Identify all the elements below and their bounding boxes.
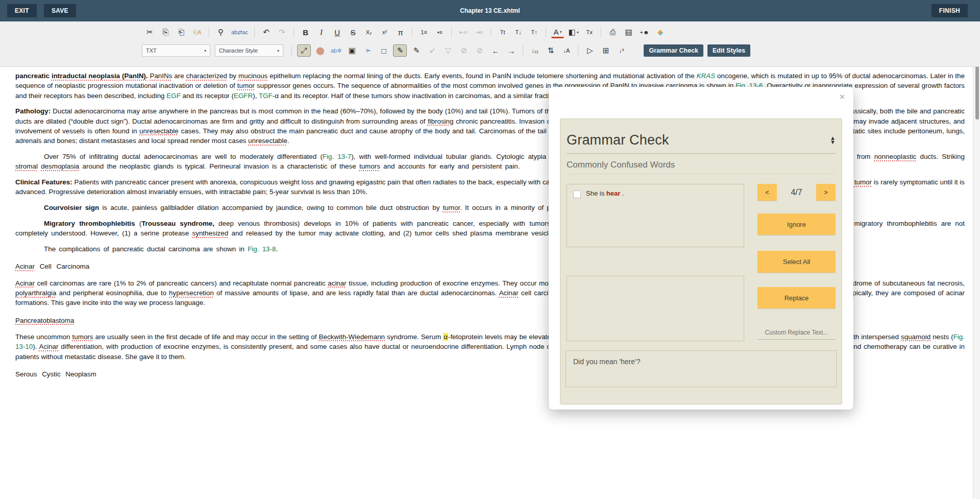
text-b: Pathology:	[15, 107, 51, 115]
case-upper-icon[interactable]: T↑	[528, 27, 541, 38]
frame-icon[interactable]: □	[377, 45, 390, 56]
copy-icon[interactable]: ⎘	[159, 27, 172, 38]
text-b: Courvoisier sign	[44, 204, 99, 211]
highlight-color-icon-caret[interactable]: ▾	[577, 30, 579, 35]
text-s: Pancreatoblastoma	[15, 317, 74, 324]
dialog-title: Grammar Check	[567, 132, 669, 148]
paste-style-icon[interactable]: ⎗A	[191, 27, 204, 38]
toolbar-tools-icons: ⤢⬤ab✲▣➣□✎✎➶▽⊘⊘←→↓₁₂⇅↓A▷⊞↓⁹	[296, 44, 629, 57]
ordered-list-icon[interactable]: 1≡	[418, 27, 430, 38]
grammar-check-button[interactable]: Grammar Check	[644, 44, 703, 57]
dialog-subtitle: Commonly Confused Words	[567, 160, 836, 174]
suggestion-box[interactable]: Did you mean 'here'?	[566, 350, 837, 387]
layers-color-icon[interactable]: ◆	[654, 27, 667, 38]
text-run: These uncommon	[15, 333, 72, 341]
clear-format-icon[interactable]: Tx	[583, 27, 596, 38]
bold-icon[interactable]: B	[299, 27, 312, 38]
play-icon[interactable]: ▷	[583, 45, 596, 56]
font-color-icon-caret[interactable]: ▾	[560, 30, 562, 34]
chevron-down-icon: ▾	[204, 49, 206, 53]
top-bar: EXIT SAVE Chapter 13 CE.xhtml FINISH	[0, 0, 980, 21]
italic-icon[interactable]: I	[315, 27, 328, 38]
text-run: are	[172, 72, 186, 80]
text-run: Cell Carcinoma	[35, 263, 89, 270]
text-s: desmoplasia	[41, 162, 79, 170]
spinner-control[interactable]: ▲ ▼	[830, 136, 836, 145]
spinner-down-icon[interactable]: ▼	[830, 140, 836, 145]
grid-icon[interactable]: ⊞	[599, 45, 612, 56]
reorder-icon[interactable]: ⇅	[544, 45, 557, 56]
comment-icon[interactable]: ⬤	[314, 45, 327, 56]
finish-button[interactable]: FINISH	[932, 4, 968, 17]
text-run: ).	[33, 343, 39, 350]
font-color-icon[interactable]: A▾	[551, 27, 564, 38]
page-check-icon[interactable]: ⎙	[606, 27, 619, 38]
find-replace-icon[interactable]: ab⇄ac	[230, 27, 249, 38]
unlink-icon: ⊘	[473, 45, 486, 56]
text-run: She is	[586, 189, 606, 197]
custom-replace-input[interactable]: Custom Replace Text...	[757, 329, 836, 340]
grammar-panel: Grammar Check ▲ ▼ Commonly Confused Word…	[560, 118, 842, 405]
symbol-icon[interactable]: π	[394, 27, 407, 38]
text-s: Acinar	[15, 279, 35, 287]
text-s: fibrosing	[428, 117, 454, 125]
text-b: Trousseau syndrome,	[141, 220, 214, 227]
paste-icon[interactable]: ⎗	[175, 27, 188, 38]
toolbar-separator	[451, 27, 452, 37]
underline-icon[interactable]: U	[331, 27, 344, 38]
case-lower-icon[interactable]: T↓	[512, 27, 525, 38]
text-s: tumors	[72, 333, 93, 341]
edit-icon[interactable]: ✎	[410, 45, 423, 56]
sentence-checkbox[interactable]	[573, 191, 581, 198]
text-s: stromal	[15, 162, 38, 170]
close-icon[interactable]: ×	[840, 92, 845, 101]
replace-button[interactable]: Replace	[757, 287, 836, 308]
sort-number-icon[interactable]: ↓₁₂	[528, 45, 541, 56]
strikethrough-icon[interactable]: S	[347, 27, 359, 38]
highlight-color-icon[interactable]: ◧▾	[567, 27, 580, 38]
scrollbar-thumb[interactable]	[975, 59, 979, 120]
text-run: Over 75% of infiltrating ductal adenocar…	[44, 153, 323, 160]
text-hl-y: α	[443, 333, 448, 341]
text-run: by	[227, 72, 238, 80]
export-icon: ➶	[426, 45, 438, 56]
forward-icon[interactable]: →	[505, 45, 518, 56]
select-all-button[interactable]: Select All	[757, 251, 836, 273]
undo-icon[interactable]: ↶	[260, 27, 273, 38]
scrollbar	[973, 55, 980, 499]
text-s: tumor	[854, 178, 872, 186]
sort-count-icon[interactable]: ↓⁹	[615, 45, 628, 56]
cut-icon[interactable]: ✂	[143, 27, 156, 38]
add-person-icon[interactable]: +☻	[638, 27, 651, 38]
dialog-right-column: < 4/7 > Ignore Select All Replace Custom…	[757, 184, 836, 341]
text-s: tumor	[237, 82, 255, 89]
text-run: epithelium replacing the normal lining o…	[267, 72, 696, 80]
paragraph-style-select[interactable]: TXT ▾	[142, 44, 210, 57]
expand-icon[interactable]: ⤢	[297, 44, 311, 57]
ignore-button[interactable]: Ignore	[757, 213, 836, 235]
quill-icon[interactable]: ➣	[361, 45, 374, 56]
table-icon[interactable]: ▣	[346, 45, 358, 56]
exit-button[interactable]: EXIT	[7, 4, 37, 17]
book-icon[interactable]: ▤	[622, 27, 635, 38]
text-run: nests (	[930, 333, 953, 341]
text-run: syndrome of subcutaneous fat necrosis,	[840, 279, 965, 287]
dialog-left-column: She is hear .	[567, 184, 744, 341]
prev-button[interactable]: <	[757, 184, 777, 201]
sort-alpha-icon[interactable]: ↓A	[560, 45, 573, 56]
text-run: and its receptor (	[181, 92, 234, 100]
case-title-icon[interactable]: Tt	[496, 27, 509, 38]
find-icon[interactable]: ⚲	[214, 27, 227, 38]
bullet-list-icon[interactable]: •≡	[433, 27, 446, 38]
superscript-icon[interactable]: x²	[378, 27, 391, 38]
spell-check-icon[interactable]: ab✲	[330, 45, 342, 56]
paragraph-style-value: TXT	[146, 47, 157, 54]
edit-styles-button[interactable]: Edit Styles	[707, 44, 750, 57]
text-s: Beckwith-Wiedemann	[319, 333, 385, 341]
next-button[interactable]: >	[816, 184, 836, 201]
edit-source-icon[interactable]: ✎	[393, 44, 407, 57]
character-style-select[interactable]: Character Style ▾	[215, 44, 283, 57]
save-button[interactable]: SAVE	[44, 4, 76, 17]
back-icon[interactable]: ←	[489, 45, 502, 56]
subscript-icon[interactable]: X₂	[362, 27, 375, 38]
